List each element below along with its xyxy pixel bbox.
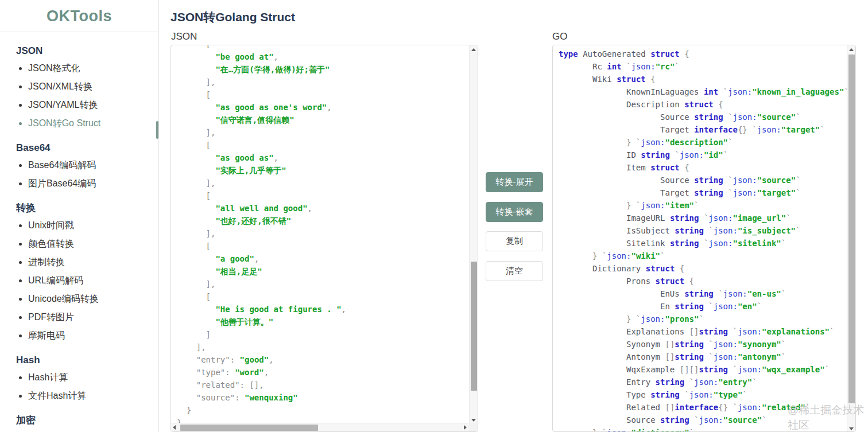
json-input-label: JSON: [171, 31, 197, 42]
json-hscroll-thumb[interactable]: [180, 425, 318, 431]
sidebar-item-list: Unix时间戳颜色值转换进制转换URL编码解码Unicode编码转换PDF转图片…: [16, 216, 158, 345]
scroll-up-button[interactable]: [847, 45, 856, 54]
arrow-up-icon: [849, 48, 854, 51]
json-horizontal-scrollbar[interactable]: [171, 423, 469, 431]
go-code-text: type AutoGenerated struct { Rc int `json…: [553, 45, 855, 432]
sidebar-nav: JSONJSON格式化JSON/XML转换JSON/YAML转换JSON转Go …: [0, 32, 158, 427]
sidebar-item[interactable]: JSON转Go Struct: [28, 114, 158, 133]
sidebar-item-list: JSON格式化JSON/XML转换JSON/YAML转换JSON转Go Stru…: [16, 59, 158, 133]
sidebar-section: JSONJSON格式化JSON/XML转换JSON/YAML转换JSON转Go …: [16, 45, 158, 133]
sidebar-item[interactable]: 摩斯电码: [28, 326, 158, 345]
go-vscroll-thumb[interactable]: [848, 55, 855, 403]
sidebar-item-list: Hash计算文件Hash计算: [16, 368, 158, 405]
sidebar-item[interactable]: JSON/XML转换: [28, 77, 158, 96]
sidebar-item[interactable]: 进制转换: [28, 253, 158, 271]
sidebar-section: Base64Base64编码解码图片Base64编码: [16, 142, 158, 193]
sidebar-item-list: Base64编码解码图片Base64编码: [16, 156, 158, 193]
sidebar-item[interactable]: 文件Hash计算: [28, 387, 158, 405]
sidebar-item[interactable]: URL编码解码: [28, 271, 158, 290]
sidebar-section-title: 转换: [16, 202, 158, 215]
go-output-label: GO: [552, 31, 567, 42]
convert-expand-button[interactable]: 转换-展开: [486, 172, 543, 192]
convert-nested-button[interactable]: 转换-嵌套: [486, 202, 543, 222]
copy-button[interactable]: 复制: [486, 231, 543, 251]
arrow-left-icon: [173, 425, 176, 430]
sidebar: OKTools JSONJSON格式化JSON/XML转换JSON/YAML转换…: [0, 0, 159, 432]
arrow-down-icon: [849, 427, 854, 430]
arrow-down-icon: [471, 419, 476, 422]
clear-button[interactable]: 清空: [486, 261, 543, 281]
sidebar-section: 加密: [16, 414, 158, 427]
scroll-down-button[interactable]: [847, 424, 856, 432]
sidebar-item[interactable]: JSON/YAML转换: [28, 96, 158, 114]
go-output-editor[interactable]: type AutoGenerated struct { Rc int `json…: [552, 45, 856, 432]
sidebar-section: HashHash计算文件Hash计算: [16, 354, 158, 405]
sidebar-item[interactable]: 颜色值转换: [28, 235, 158, 253]
scrollbar-corner: [469, 423, 478, 431]
arrow-right-icon: [464, 425, 467, 430]
sidebar-section-title: Base64: [16, 142, 158, 154]
sidebar-item[interactable]: JSON格式化: [28, 59, 158, 77]
sidebar-section-title: Hash: [16, 354, 158, 367]
sidebar-item[interactable]: Unicode编码转换: [28, 290, 158, 308]
arrow-up-icon: [471, 48, 476, 51]
sidebar-section-title: 加密: [16, 414, 158, 427]
json-input-editor[interactable]: [ "be good at", "在…方面(学得,做得)好;善于" ], [ "…: [170, 45, 478, 432]
sidebar-item[interactable]: 图片Base64编码: [28, 174, 158, 193]
sidebar-section: 转换Unix时间戳颜色值转换进制转换URL编码解码Unicode编码转换PDF转…: [16, 202, 158, 345]
logo[interactable]: OKTools: [0, 0, 158, 32]
json-vertical-scrollbar[interactable]: [469, 45, 478, 424]
sidebar-item[interactable]: PDF转图片: [28, 308, 158, 326]
sidebar-item[interactable]: Base64编码解码: [28, 156, 158, 174]
sidebar-scrollbar-thumb[interactable]: [156, 121, 158, 139]
sidebar-section-title: JSON: [16, 45, 158, 57]
sidebar-item[interactable]: Hash计算: [28, 368, 158, 387]
sidebar-item[interactable]: Unix时间戳: [28, 216, 158, 235]
page-title: JSON转Golang Struct: [170, 9, 295, 25]
scroll-right-button[interactable]: [460, 423, 469, 432]
json-code-text: [ "be good at", "在…方面(学得,做得)好;善于" ], [ "…: [171, 45, 478, 430]
go-vertical-scrollbar[interactable]: [847, 45, 855, 432]
scroll-up-button[interactable]: [470, 45, 478, 54]
json-vscroll-thumb[interactable]: [471, 262, 477, 391]
scroll-left-button[interactable]: [171, 423, 180, 432]
